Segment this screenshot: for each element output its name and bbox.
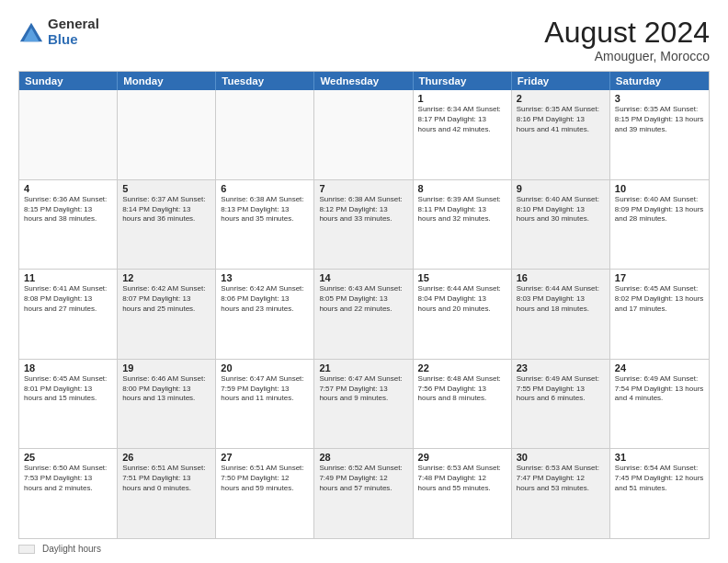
cal-cell-0-1 [118,90,216,179]
cell-daylight-info: Sunrise: 6:51 AM Sunset: 7:51 PM Dayligh… [122,464,210,493]
header: General Blue August 2024 Amouguer, Moroc… [18,17,710,63]
daylight-swatch [18,545,35,554]
logo-text: General Blue [48,17,99,47]
cal-cell-1-5: 9Sunrise: 6:40 AM Sunset: 8:10 PM Daylig… [512,180,610,270]
cal-cell-2-4: 15Sunrise: 6:44 AM Sunset: 8:04 PM Dayli… [414,270,512,359]
cal-week-1: 4Sunrise: 6:36 AM Sunset: 8:15 PM Daylig… [19,180,709,270]
day-number: 6 [221,183,309,194]
day-number: 13 [221,272,309,283]
cal-cell-0-3 [314,90,413,179]
calendar-header: SundayMondayTuesdayWednesdayThursdayFrid… [19,72,709,90]
day-number: 4 [24,183,112,194]
cal-cell-3-1: 19Sunrise: 6:46 AM Sunset: 8:00 PM Dayli… [118,360,216,449]
title-area: August 2024 Amouguer, Morocco [544,17,710,63]
day-number: 9 [517,183,605,194]
day-number: 18 [24,362,112,373]
day-number: 7 [319,183,407,194]
cell-daylight-info: Sunrise: 6:40 AM Sunset: 8:10 PM Dayligh… [517,195,605,224]
cal-cell-4-0: 25Sunrise: 6:50 AM Sunset: 7:53 PM Dayli… [19,449,118,538]
cal-cell-0-4: 1Sunrise: 6:34 AM Sunset: 8:17 PM Daylig… [414,90,512,179]
cal-cell-3-4: 22Sunrise: 6:48 AM Sunset: 7:56 PM Dayli… [414,360,512,449]
cal-cell-2-1: 12Sunrise: 6:42 AM Sunset: 8:07 PM Dayli… [118,270,216,359]
cell-daylight-info: Sunrise: 6:38 AM Sunset: 8:12 PM Dayligh… [319,195,407,224]
cell-daylight-info: Sunrise: 6:42 AM Sunset: 8:06 PM Dayligh… [221,284,309,314]
day-number: 14 [319,272,407,283]
day-number: 10 [615,183,704,194]
day-number: 5 [122,183,210,194]
cell-daylight-info: Sunrise: 6:39 AM Sunset: 8:11 PM Dayligh… [418,195,506,224]
cell-daylight-info: Sunrise: 6:46 AM Sunset: 8:00 PM Dayligh… [122,374,210,404]
cell-daylight-info: Sunrise: 6:50 AM Sunset: 7:53 PM Dayligh… [24,464,112,493]
logo-general-text: General [48,17,99,32]
day-number: 27 [221,452,309,463]
day-number: 3 [615,93,704,104]
day-number: 2 [517,93,605,104]
cal-cell-4-4: 29Sunrise: 6:53 AM Sunset: 7:48 PM Dayli… [414,449,512,538]
day-number: 28 [319,452,407,463]
cal-cell-4-5: 30Sunrise: 6:53 AM Sunset: 7:47 PM Dayli… [512,449,610,538]
cal-cell-3-0: 18Sunrise: 6:45 AM Sunset: 8:01 PM Dayli… [19,360,118,449]
cal-cell-4-3: 28Sunrise: 6:52 AM Sunset: 7:49 PM Dayli… [314,449,413,538]
cell-daylight-info: Sunrise: 6:49 AM Sunset: 7:54 PM Dayligh… [615,374,704,404]
day-number: 8 [418,183,506,194]
day-number: 31 [615,452,704,463]
calendar: SundayMondayTuesdayWednesdayThursdayFrid… [18,71,710,539]
cell-daylight-info: Sunrise: 6:45 AM Sunset: 8:02 PM Dayligh… [615,284,704,314]
calendar-body: 1Sunrise: 6:34 AM Sunset: 8:17 PM Daylig… [19,90,709,538]
cell-daylight-info: Sunrise: 6:45 AM Sunset: 8:01 PM Dayligh… [24,374,112,404]
cal-cell-4-6: 31Sunrise: 6:54 AM Sunset: 7:45 PM Dayli… [610,449,709,538]
day-number: 16 [517,272,605,283]
footer: Daylight hours [18,544,710,554]
cal-header-thursday: Thursday [414,72,512,90]
cal-cell-0-6: 3Sunrise: 6:35 AM Sunset: 8:15 PM Daylig… [610,90,709,179]
cell-daylight-info: Sunrise: 6:53 AM Sunset: 7:48 PM Dayligh… [418,464,506,493]
cell-daylight-info: Sunrise: 6:52 AM Sunset: 7:49 PM Dayligh… [319,464,407,493]
cell-daylight-info: Sunrise: 6:51 AM Sunset: 7:50 PM Dayligh… [221,464,309,493]
day-number: 20 [221,362,309,373]
day-number: 15 [418,272,506,283]
cal-cell-2-2: 13Sunrise: 6:42 AM Sunset: 8:06 PM Dayli… [216,270,314,359]
cal-cell-1-0: 4Sunrise: 6:36 AM Sunset: 8:15 PM Daylig… [19,180,118,270]
subtitle: Amouguer, Morocco [544,49,710,63]
cal-week-0: 1Sunrise: 6:34 AM Sunset: 8:17 PM Daylig… [19,90,709,180]
cell-daylight-info: Sunrise: 6:48 AM Sunset: 7:56 PM Dayligh… [418,374,506,404]
logo-icon [18,19,44,45]
cal-header-wednesday: Wednesday [314,72,413,90]
day-number: 26 [122,452,210,463]
cell-daylight-info: Sunrise: 6:47 AM Sunset: 7:59 PM Dayligh… [221,374,309,404]
cal-cell-3-5: 23Sunrise: 6:49 AM Sunset: 7:55 PM Dayli… [512,360,610,449]
cell-daylight-info: Sunrise: 6:43 AM Sunset: 8:05 PM Dayligh… [319,284,407,314]
cal-cell-1-4: 8Sunrise: 6:39 AM Sunset: 8:11 PM Daylig… [414,180,512,270]
cal-header-monday: Monday [118,72,216,90]
day-number: 12 [122,272,210,283]
day-number: 24 [615,362,704,373]
cell-daylight-info: Sunrise: 6:36 AM Sunset: 8:15 PM Dayligh… [24,195,112,224]
day-number: 22 [418,362,506,373]
cell-daylight-info: Sunrise: 6:37 AM Sunset: 8:14 PM Dayligh… [122,195,210,224]
cal-cell-2-6: 17Sunrise: 6:45 AM Sunset: 8:02 PM Dayli… [610,270,709,359]
page: General Blue August 2024 Amouguer, Moroc… [0,0,728,563]
footer-label: Daylight hours [42,544,101,554]
cal-cell-2-3: 14Sunrise: 6:43 AM Sunset: 8:05 PM Dayli… [314,270,413,359]
day-number: 29 [418,452,506,463]
cal-cell-0-5: 2Sunrise: 6:35 AM Sunset: 8:16 PM Daylig… [512,90,610,179]
cal-cell-2-0: 11Sunrise: 6:41 AM Sunset: 8:08 PM Dayli… [19,270,118,359]
cal-cell-1-6: 10Sunrise: 6:40 AM Sunset: 8:09 PM Dayli… [610,180,709,270]
cell-daylight-info: Sunrise: 6:40 AM Sunset: 8:09 PM Dayligh… [615,195,704,224]
day-number: 1 [418,93,506,104]
cal-week-3: 18Sunrise: 6:45 AM Sunset: 8:01 PM Dayli… [19,360,709,450]
cal-header-friday: Friday [512,72,610,90]
day-number: 19 [122,362,210,373]
cell-daylight-info: Sunrise: 6:49 AM Sunset: 7:55 PM Dayligh… [517,374,605,404]
cell-daylight-info: Sunrise: 6:34 AM Sunset: 8:17 PM Dayligh… [418,105,506,134]
cal-week-2: 11Sunrise: 6:41 AM Sunset: 8:08 PM Dayli… [19,270,709,360]
cal-header-sunday: Sunday [19,72,118,90]
cell-daylight-info: Sunrise: 6:47 AM Sunset: 7:57 PM Dayligh… [319,374,407,404]
day-number: 30 [517,452,605,463]
cell-daylight-info: Sunrise: 6:44 AM Sunset: 8:04 PM Dayligh… [418,284,506,314]
cal-cell-0-0 [19,90,118,179]
main-title: August 2024 [544,17,710,49]
logo-blue-text: Blue [48,32,99,48]
cal-cell-1-1: 5Sunrise: 6:37 AM Sunset: 8:14 PM Daylig… [118,180,216,270]
day-number: 25 [24,452,112,463]
